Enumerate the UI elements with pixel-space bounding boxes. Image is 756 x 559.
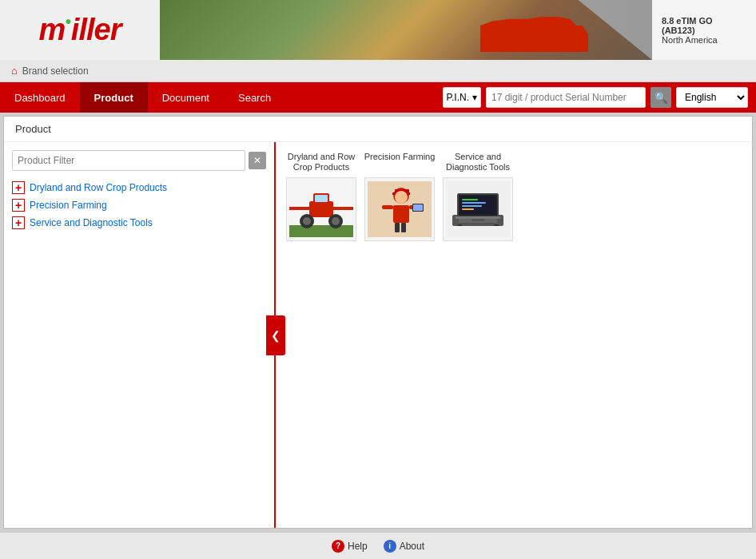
content-wrapper: Product ✕ + Dryland and Row C	[0, 113, 756, 532]
product-card-precision[interactable]: Precision Farming	[364, 152, 436, 241]
breadcrumb-label[interactable]: Brand selection	[22, 65, 89, 77]
sidebar-label-dryland: Dryland and Row Crop Products	[30, 182, 167, 193]
nav-document[interactable]: Document	[148, 82, 224, 113]
help-link[interactable]: ? Help	[332, 540, 368, 553]
app-container: m●iller 8.8 eTIM GO (AB123) North Americ…	[0, 0, 756, 559]
nav-dashboard[interactable]: Dashboard	[0, 82, 80, 113]
nav-bar: Dashboard Product Document Search P.I.N.…	[0, 82, 756, 113]
main-content: ✕ + Dryland and Row Crop Products + Prec…	[4, 142, 752, 528]
logo: m●iller	[39, 13, 121, 47]
farming-svg	[368, 181, 432, 237]
sidebar-item-precision[interactable]: + Precision Farming	[12, 196, 266, 214]
product-card-label-precision: Precision Farming	[364, 152, 436, 174]
svg-rect-30	[462, 208, 474, 210]
content-box: Product ✕ + Dryland and Row C	[3, 116, 753, 529]
svg-rect-34	[457, 224, 462, 226]
about-link[interactable]: i About	[384, 540, 424, 553]
clear-icon: ✕	[253, 155, 261, 166]
header-banner-image	[160, 0, 652, 60]
product-grid: Dryland and RowCrop Products	[285, 152, 742, 241]
laptop-svg	[446, 181, 510, 237]
sprayer-svg	[289, 181, 353, 237]
svg-rect-16	[382, 205, 393, 209]
product-card-image-precision	[364, 177, 435, 241]
version-text: 8.8 eTIM GO	[662, 16, 746, 26]
version-id: (AB123)	[662, 26, 746, 35]
expand-icon-service: +	[12, 216, 25, 229]
header-banner	[160, 0, 652, 60]
version-info: 8.8 eTIM GO (AB123) North America	[652, 0, 756, 60]
expand-icon-precision: +	[12, 199, 25, 212]
content-inner: Product ✕ + Dryland and Row C	[4, 117, 752, 528]
sidebar-item-dryland[interactable]: + Dryland and Row Crop Products	[12, 179, 266, 196]
pin-chevron: ▾	[472, 92, 477, 103]
page-title: Product	[4, 117, 752, 142]
svg-point-9	[332, 217, 340, 225]
about-label: About	[400, 541, 424, 552]
help-label: Help	[348, 541, 368, 552]
svg-rect-28	[462, 202, 486, 204]
product-filter-input[interactable]	[12, 150, 245, 171]
product-card-service[interactable]: Service andDiagnostic Tools	[442, 152, 514, 241]
nav-product[interactable]: Product	[80, 82, 148, 113]
home-icon[interactable]: ⌂	[11, 65, 18, 77]
filter-row: ✕	[12, 150, 266, 171]
filter-clear-button[interactable]: ✕	[249, 152, 266, 169]
search-button[interactable]: 🔍	[651, 87, 671, 108]
svg-rect-29	[462, 205, 482, 207]
sidebar-collapse-button[interactable]: ❮	[266, 315, 285, 355]
language-select[interactable]: English	[676, 87, 748, 108]
sidebar-label-service: Service and Diagnostic Tools	[30, 217, 153, 228]
right-panel: Dryland and RowCrop Products	[276, 142, 752, 528]
pin-select[interactable]: P.I.N. ▾	[443, 87, 481, 108]
svg-point-14	[395, 191, 408, 204]
search-area: P.I.N. ▾ 🔍 English	[443, 87, 756, 108]
breadcrumb: ⌂ Brand selection	[0, 60, 756, 82]
sidebar-label-precision: Precision Farming	[30, 200, 107, 211]
nav-search[interactable]: Search	[224, 82, 285, 113]
svg-rect-0	[289, 225, 353, 237]
product-card-dryland[interactable]: Dryland and RowCrop Products	[285, 152, 357, 241]
region-text: North America	[662, 35, 746, 45]
svg-rect-27	[462, 199, 478, 200]
logo-area: m●iller	[0, 0, 160, 60]
svg-rect-35	[494, 224, 499, 226]
search-icon: 🔍	[655, 92, 668, 104]
svg-rect-33	[456, 216, 500, 219]
svg-rect-19	[401, 223, 406, 232]
product-card-image-service	[443, 177, 513, 241]
help-icon: ?	[332, 540, 344, 553]
svg-rect-15	[393, 205, 409, 223]
product-card-label-dryland: Dryland and RowCrop Products	[288, 152, 355, 174]
svg-rect-3	[315, 195, 328, 202]
sidebar: ✕ + Dryland and Row Crop Products + Prec…	[4, 142, 276, 528]
top-header: m●iller 8.8 eTIM GO (AB123) North Americ…	[0, 0, 756, 60]
svg-rect-5	[333, 207, 353, 210]
footer: ? Help i About	[0, 532, 756, 559]
sidebar-item-service[interactable]: + Service and Diagnostic Tools	[12, 214, 266, 232]
pin-label: P.I.N.	[447, 92, 469, 103]
product-card-label-service: Service andDiagnostic Tools	[446, 152, 510, 174]
collapse-icon: ❮	[271, 329, 281, 342]
about-icon: i	[384, 540, 396, 553]
product-card-image-dryland	[286, 177, 356, 241]
svg-rect-18	[395, 223, 400, 232]
expand-icon-dryland: +	[12, 181, 25, 194]
svg-rect-4	[289, 207, 309, 210]
serial-search-input[interactable]	[486, 87, 646, 108]
svg-rect-21	[413, 204, 423, 211]
svg-point-7	[303, 217, 311, 225]
